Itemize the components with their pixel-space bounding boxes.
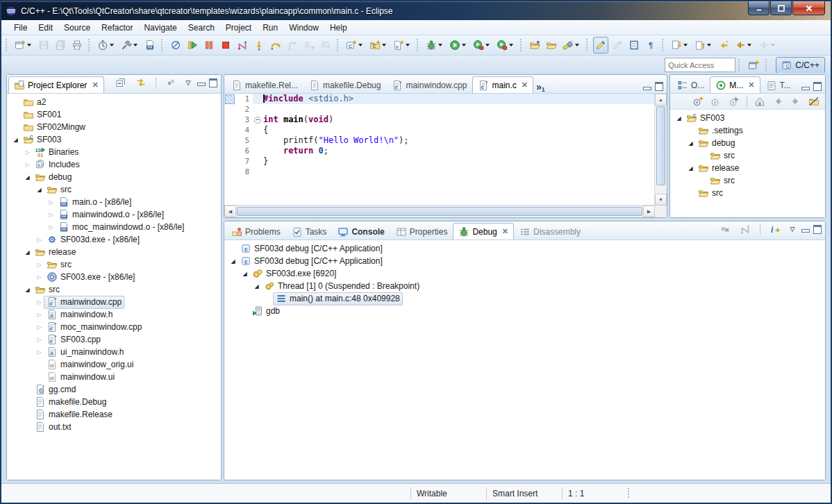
make-target-item[interactable]: src [670, 174, 825, 187]
annotation-ruler[interactable] [224, 125, 234, 135]
project-explorer-item[interactable]: ▷cmoc_mainwindow.cpp [7, 321, 221, 333]
tree-expander-icon[interactable]: ▷ [35, 274, 44, 280]
view-tab-debug[interactable]: Debug✕ [453, 223, 514, 240]
code-line[interactable]: 2 [224, 104, 655, 115]
remove-terminated-button[interactable] [717, 221, 733, 237]
menu-run[interactable]: Run [257, 22, 283, 34]
dropdown-arrow-icon[interactable] [747, 44, 751, 47]
view-menu-icon[interactable]: ▽ [787, 224, 798, 235]
debug-tree-item[interactable]: ◢SF003d.exe [6920] [224, 267, 825, 280]
make-target-item[interactable]: ◢debug [670, 137, 825, 149]
build-button[interactable] [119, 37, 141, 53]
tree-expander-icon[interactable]: ◢ [252, 283, 261, 289]
annotation-ruler[interactable] [224, 135, 234, 146]
menu-source[interactable]: Source [58, 22, 96, 34]
open-element-button[interactable] [626, 37, 642, 53]
open-resource-button[interactable] [544, 37, 559, 53]
make-target-item[interactable]: .settings [670, 124, 825, 137]
project-explorer-item[interactable]: uimainwindow_orig.ui [7, 358, 221, 371]
maximize-view-button[interactable] [813, 82, 822, 91]
minimize-view-button[interactable] [801, 87, 810, 90]
tree-expander-icon[interactable]: ◢ [23, 249, 32, 255]
hide-folders-button[interactable] [806, 93, 822, 110]
occurrences-button[interactable] [610, 37, 625, 53]
tree-expander-icon[interactable]: ◢ [674, 115, 683, 121]
target-hide-button[interactable] [708, 93, 724, 110]
tree-expander-icon[interactable]: ◢ [35, 187, 44, 193]
code-line[interactable]: 6 return 0; [224, 146, 655, 156]
minimize-button[interactable] [748, 1, 769, 15]
tree-expander-icon[interactable]: ▷ [47, 212, 56, 218]
view-tab-properties[interactable]: Properties [390, 223, 454, 240]
tab-close-icon[interactable]: ✕ [748, 81, 754, 90]
make-target-item[interactable]: ◢CSF003 [670, 112, 825, 124]
tree-expander-icon[interactable]: ▷ [35, 237, 44, 243]
step-filters-button[interactable] [318, 37, 333, 53]
tree-expander-icon[interactable]: ▷ [23, 162, 32, 168]
scroll-left-arrow[interactable]: ◀ [224, 205, 236, 217]
dropdown-arrow-icon[interactable] [485, 44, 490, 47]
tab-close-icon[interactable]: ✕ [502, 227, 508, 236]
project-explorer-item[interactable]: ▷cSF003.cpp [7, 333, 221, 346]
toggle-mark-occurrences-button[interactable] [593, 37, 608, 53]
terminate-button[interactable] [218, 37, 233, 53]
tree-expander-icon[interactable]: ◢ [23, 174, 32, 180]
editor-tab-mainwindow-cpp[interactable]: cmainwindow.cpp [386, 76, 472, 93]
make-target-item[interactable]: ◢release [670, 162, 825, 174]
vertical-scroll-thumb[interactable] [656, 106, 665, 185]
project-explorer-item[interactable]: ▷.hui_mainwindow.h [7, 346, 221, 358]
print-button[interactable] [69, 37, 85, 53]
make-target-item[interactable]: src [670, 187, 825, 199]
dropdown-arrow-icon[interactable] [110, 44, 114, 47]
search-button[interactable] [560, 37, 583, 53]
debug-button[interactable] [424, 37, 446, 53]
code-line[interactable]: 4{ [224, 125, 655, 135]
scroll-right-arrow[interactable]: ▶ [643, 205, 655, 217]
dropdown-arrow-icon[interactable] [358, 44, 363, 47]
target-build-button[interactable] [726, 93, 742, 110]
debug-tree-item[interactable]: ◢Thread [1] 0 (Suspended : Breakpoint) [224, 280, 825, 292]
project-explorer-item[interactable]: SF002Mingw [7, 121, 221, 133]
project-explorer-item[interactable]: SF001 [7, 108, 221, 121]
close-button[interactable] [792, 1, 825, 15]
last-edit-location-button[interactable] [716, 37, 731, 53]
maximize-button[interactable] [770, 1, 792, 15]
target-new-button[interactable] [690, 93, 706, 110]
menu-search[interactable]: Search [183, 22, 220, 34]
code-line[interactable]: 7} [224, 156, 655, 167]
collapse-fold-icon[interactable] [254, 117, 261, 124]
next-annotation-button[interactable] [669, 37, 691, 53]
restart-gray-button[interactable] [738, 221, 753, 237]
menu-window[interactable]: Window [283, 22, 324, 34]
suspend-button[interactable] [201, 37, 217, 53]
open-perspective-button[interactable] [745, 58, 762, 73]
dropdown-arrow-icon[interactable] [707, 44, 711, 47]
restart-button[interactable] [235, 37, 250, 53]
show-full-paths-button[interactable]: i [767, 221, 783, 237]
tab-close-icon[interactable]: ✕ [522, 81, 528, 90]
fold-marker[interactable] [253, 115, 262, 125]
tree-expander-icon[interactable]: ▷ [35, 349, 44, 355]
view-tab-disassembly[interactable]: Disassembly [514, 223, 586, 240]
project-explorer-item[interactable]: ▷cmainwindow.cpp [7, 296, 221, 308]
minimize-view-button[interactable] [643, 87, 651, 90]
tree-expander-icon[interactable]: ▷ [35, 337, 44, 343]
tab-close-icon[interactable]: ✕ [92, 81, 98, 90]
status-grip[interactable] [626, 488, 631, 499]
quick-access-input[interactable] [665, 58, 735, 72]
view-tab-console[interactable]: Console [332, 223, 390, 240]
project-explorer-item[interactable]: ◢debug [7, 171, 221, 183]
view-tab-project-explorer[interactable]: Project Explorer✕ [8, 76, 104, 93]
tree-expander-icon[interactable]: ▷ [35, 262, 44, 268]
new-c-file-button[interactable]: c [391, 37, 413, 53]
dropdown-arrow-icon[interactable] [406, 44, 410, 47]
code-line[interactable]: 8 [224, 167, 655, 177]
project-explorer-item[interactable]: ▷010moc_mainwindowd.o - [x86/le] [7, 221, 221, 233]
scroll-down-arrow[interactable]: ▼ [655, 194, 667, 205]
instruction-stepping-button[interactable] [301, 37, 317, 53]
project-explorer-item[interactable]: ◢CSF003 [7, 133, 221, 146]
project-explorer-item[interactable]: ▷SF003d.exe - [x86/le] [7, 233, 221, 246]
view-tab-m-[interactable]: M...✕ [710, 76, 760, 93]
minimize-view-button[interactable] [197, 83, 206, 86]
horizontal-scroll-thumb[interactable] [237, 207, 642, 216]
